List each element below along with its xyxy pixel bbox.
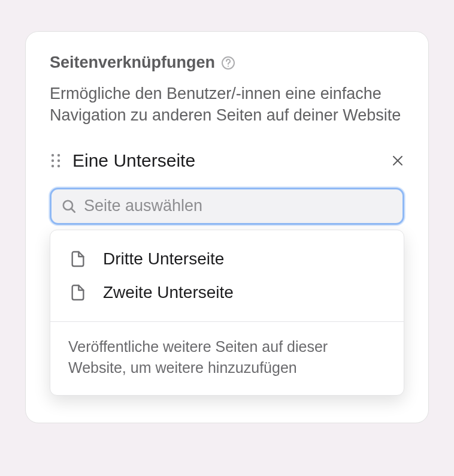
svg-point-6 (52, 165, 54, 167)
page-dropdown: Dritte Unterseite Zweite Unterseite Verö… (50, 230, 404, 396)
dropdown-footer-text: Veröffentliche weitere Seiten auf dieser… (50, 321, 404, 395)
dropdown-item-label: Zweite Unterseite (103, 283, 234, 302)
page-search-input[interactable] (84, 197, 393, 215)
svg-point-5 (57, 159, 60, 162)
page-selector: Dritte Unterseite Zweite Unterseite Verö… (50, 188, 404, 225)
dropdown-item[interactable]: Zweite Unterseite (50, 276, 404, 309)
drag-handle-icon[interactable] (50, 152, 62, 169)
panel-header: Seitenverknüpfungen (50, 53, 404, 72)
search-icon (61, 198, 77, 214)
dropdown-item-label: Dritte Unterseite (103, 249, 224, 269)
search-container[interactable] (50, 188, 404, 225)
svg-point-7 (57, 165, 60, 167)
svg-line-11 (71, 209, 75, 212)
svg-point-1 (228, 65, 229, 67)
panel-title: Seitenverknüpfungen (50, 53, 215, 72)
svg-point-2 (52, 154, 54, 156)
panel-description: Ermögliche den Benutzer/-innen eine einf… (50, 83, 404, 126)
svg-point-4 (52, 159, 54, 162)
page-links-panel: Seitenverknüpfungen Ermögliche den Benut… (25, 31, 429, 423)
svg-point-3 (57, 154, 60, 156)
page-icon (68, 249, 87, 269)
page-icon (68, 283, 87, 302)
help-icon[interactable] (221, 56, 235, 70)
remove-page-button[interactable] (391, 154, 404, 167)
dropdown-list: Dritte Unterseite Zweite Unterseite (50, 230, 404, 321)
selected-page-row: Eine Unterseite (50, 150, 404, 171)
selected-page-label: Eine Unterseite (72, 150, 380, 171)
dropdown-item[interactable]: Dritte Unterseite (50, 242, 404, 276)
